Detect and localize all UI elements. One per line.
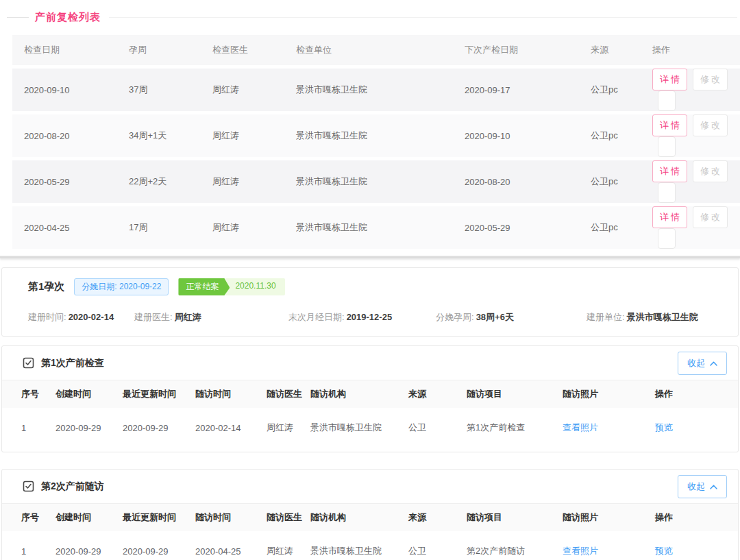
- table-cell: 周红涛: [212, 114, 296, 157]
- table-cell: 周红涛: [212, 206, 296, 249]
- table-cell: 37周: [129, 69, 212, 111]
- table-header-row: 检查日期 孕周 检查医生 检查单位 下次产检日期 来源 操作: [12, 35, 740, 65]
- clipped-action-button[interactable]: [658, 136, 676, 157]
- table-cell: 公卫pc: [591, 114, 652, 157]
- table-cell: 2020-09-29: [123, 408, 195, 448]
- visit-section-title: 第2次产前随访: [41, 480, 104, 493]
- table-cell: 公卫: [408, 531, 467, 560]
- row-actions: 详情修改: [652, 206, 740, 249]
- col-header: 随访项目: [467, 504, 563, 531]
- table-cell: 1: [2, 531, 56, 560]
- table-cell: 周红涛: [212, 160, 296, 203]
- col-header: 随访项目: [467, 380, 563, 408]
- edit-button-disabled[interactable]: 修改: [693, 114, 728, 136]
- col-header: 序号: [2, 504, 56, 531]
- table-cell: 2020-04-25: [12, 206, 129, 249]
- table-cell: 2020-09-29: [56, 408, 123, 448]
- col-header: 检查日期: [12, 35, 129, 65]
- table-cell: 2020-02-14: [195, 408, 267, 448]
- preview-link[interactable]: 预览: [655, 546, 673, 556]
- col-header: 最近更新时间: [123, 380, 195, 408]
- col-header: 创建时间: [56, 504, 123, 531]
- col-header: 随访机构: [310, 504, 408, 531]
- title-rule-right: [109, 17, 737, 18]
- table-cell: 2020-09-17: [465, 69, 591, 111]
- prenatal-list-title-row: 产前复检列表: [7, 10, 737, 25]
- row-actions: 详情修改: [652, 160, 740, 203]
- table-cell: 景洪市嘎栋卫生院: [296, 206, 465, 249]
- case-status-ribbon: 正常结案 2020.11.30: [178, 278, 284, 295]
- field-register-doctor: 建册医生:周红涛: [134, 311, 288, 324]
- table-cell: 周红涛: [267, 408, 310, 448]
- pregnancy-fields-row: 建册时间:2020-02-14 建册医生:周红涛 末次月经日期:2019-12-…: [28, 311, 724, 324]
- visit-section-2-card: 第2次产前随访 收起 序号 创建时间 最近更新时间 随访时间 随访医生 随访机构…: [1, 469, 739, 560]
- clipped-action-button[interactable]: [658, 228, 676, 249]
- table-cell: 2020-09-29: [56, 531, 123, 560]
- col-header: 最近更新时间: [123, 504, 195, 531]
- edit-button-disabled[interactable]: 修改: [693, 69, 728, 90]
- table-cell: 17周: [129, 206, 212, 249]
- edit-button-disabled[interactable]: 修改: [693, 206, 728, 228]
- chevron-up-icon: [710, 358, 717, 368]
- detail-button[interactable]: 详情: [652, 69, 687, 90]
- table-row: 1 2020-09-29 2020-09-29 2020-04-25 周红涛 景…: [2, 531, 738, 560]
- table-cell: 22周+2天: [129, 160, 212, 203]
- col-header: 随访照片: [563, 380, 655, 408]
- collapse-button[interactable]: 收起: [678, 352, 727, 375]
- table-cell: 2020-09-10: [12, 69, 129, 111]
- field-register-time: 建册时间:2020-02-14: [28, 311, 134, 324]
- table-cell: 34周+1天: [129, 114, 212, 157]
- col-header: 创建时间: [56, 380, 123, 408]
- close-date-tag: 2020.11.30: [225, 278, 284, 295]
- detail-button[interactable]: 详情: [652, 114, 687, 136]
- col-header: 操作: [655, 380, 738, 408]
- col-header: 孕周: [129, 35, 212, 65]
- col-header: 随访时间: [195, 504, 267, 531]
- document-check-icon: [23, 480, 34, 492]
- col-header: 随访时间: [195, 380, 267, 408]
- view-photos-link[interactable]: 查看照片: [563, 422, 598, 433]
- table-cell: 第2次产前随访: [467, 531, 563, 560]
- table-cell: 景洪市嘎栋卫生院: [310, 408, 408, 448]
- chevron-up-icon: [710, 481, 717, 491]
- document-check-icon: [23, 357, 34, 369]
- table-cell: 2020-08-20: [465, 160, 591, 203]
- col-header: 序号: [2, 380, 56, 408]
- pregnancy-header: 第1孕次 分娩日期: 2020-09-22 正常结案 2020.11.30: [28, 278, 724, 295]
- col-header: 操作: [655, 504, 738, 531]
- col-header: 随访照片: [563, 504, 655, 531]
- table-cell: 2020-09-10: [465, 114, 591, 157]
- field-register-unit: 建册单位:景洪市嘎栋卫生院: [587, 311, 698, 324]
- collapse-button[interactable]: 收起: [678, 475, 727, 498]
- view-photos-link[interactable]: 查看照片: [563, 546, 598, 556]
- col-header: 操作: [652, 35, 740, 65]
- col-header: 来源: [591, 35, 652, 65]
- table-cell: 景洪市嘎栋卫生院: [310, 531, 408, 560]
- visit-section-header: 第1次产前检查 收起: [2, 346, 738, 380]
- field-delivery-week: 分娩孕周:38周+6天: [436, 311, 587, 324]
- col-header: 随访医生: [267, 380, 310, 408]
- clipped-action-button[interactable]: [658, 90, 676, 111]
- title-rule-left: [7, 17, 29, 18]
- detail-button[interactable]: 详情: [652, 206, 687, 228]
- col-header: 下次产检日期: [465, 35, 591, 65]
- row-actions: 详情修改: [652, 69, 740, 111]
- table-cell: 2020-04-25: [195, 531, 267, 560]
- pregnancy-summary-card: 第1孕次 分娩日期: 2020-09-22 正常结案 2020.11.30 建册…: [1, 267, 739, 337]
- table-row: 2020-04-25 17周 周红涛 景洪市嘎栋卫生院 2020-05-29 公…: [12, 206, 740, 249]
- table-cell: 第1次产前检查: [467, 408, 563, 448]
- table-cell: 查看照片: [563, 531, 655, 560]
- table-cell: 公卫pc: [591, 160, 652, 203]
- status-badge: 正常结案: [178, 278, 230, 295]
- table-cell: 周红涛: [267, 531, 310, 560]
- preview-link[interactable]: 预览: [655, 422, 673, 433]
- detail-button[interactable]: 详情: [652, 160, 687, 182]
- clipped-action-button[interactable]: [658, 182, 676, 203]
- col-header: 检查医生: [212, 35, 296, 65]
- table-cell: 2020-05-29: [465, 206, 591, 249]
- edit-button-disabled[interactable]: 修改: [693, 160, 728, 182]
- table-cell: 公卫pc: [591, 69, 652, 111]
- table-cell: 预览: [655, 408, 738, 448]
- delivery-date-tag: 分娩日期: 2020-09-22: [74, 278, 169, 295]
- table-row: 2020-08-20 34周+1天 周红涛 景洪市嘎栋卫生院 2020-09-1…: [12, 114, 740, 157]
